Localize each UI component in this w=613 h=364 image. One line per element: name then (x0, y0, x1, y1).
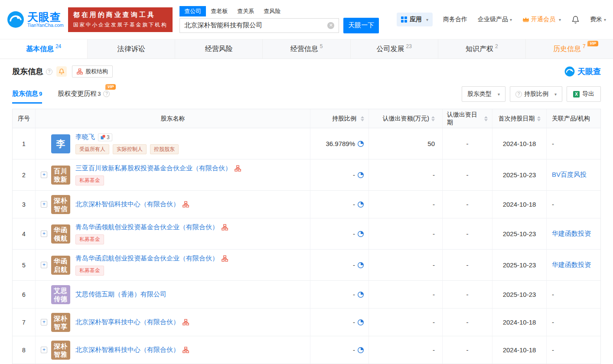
sort-icon[interactable] (431, 116, 435, 121)
pie-chart-icon[interactable] (357, 140, 364, 147)
related-value[interactable]: 华建函数投资 (552, 230, 591, 238)
pie-chart-icon[interactable] (357, 347, 364, 354)
link-enterprise-products[interactable]: 企业级产品▾ (478, 16, 512, 23)
amount-cell: - (368, 218, 442, 249)
equity-structure-icon[interactable] (235, 165, 241, 172)
user-menu[interactable]: 费米▾ (590, 16, 606, 23)
expand-row-button[interactable]: + (41, 172, 47, 178)
nav-tab-0[interactable]: 基本信息24 (0, 39, 88, 58)
pie-chart-icon[interactable] (357, 201, 364, 208)
expand-row-button[interactable]: + (41, 319, 47, 325)
shareholder-name-link[interactable]: 北京深朴智雅科技中心（有限合伙） (75, 346, 179, 354)
column-header-5[interactable]: 首次持股日期 (492, 109, 546, 128)
notification-bell-icon[interactable] (571, 16, 580, 24)
tab-equity-change-history[interactable]: VIP 股权变更历程3 ? (58, 90, 110, 104)
help-icon[interactable]: ? (103, 91, 110, 97)
nav-tab-5[interactable]: 知识产权2 (438, 39, 526, 58)
column-header-2[interactable]: 持股比例 (310, 109, 368, 128)
equity-structure-icon[interactable] (183, 319, 189, 325)
column-header-label: 关联产品/机构 (552, 115, 590, 123)
nav-tab-6[interactable]: 历史信息7VIP (526, 39, 613, 58)
pie-chart-icon[interactable] (357, 262, 364, 269)
table-row: 5 + 华函启航 青岛华函启航创业投资基金合伙企业（有限合伙） 私募基金 (13, 250, 600, 281)
chevron-down-icon: ▾ (426, 17, 428, 22)
tianyancha-logo-icon (564, 66, 575, 77)
pie-chart-icon[interactable] (357, 291, 364, 298)
shareholder-name-link[interactable]: 北京深朴智享科技中心（有限合伙） (75, 318, 179, 326)
nav-tab-4[interactable]: 公司发展23 (351, 39, 438, 58)
shareholder-name-link[interactable]: 三亚百川致新私募股权投资基金合伙企业（有限合伙） (75, 164, 232, 172)
search-tab-0[interactable]: 查公司 (179, 6, 206, 16)
column-header-label: 序号 (18, 115, 30, 123)
shareholder-name-link[interactable]: 青岛华函领航创业投资基金合伙企业（有限合伙） (75, 223, 218, 231)
ratio-value: - (353, 291, 355, 298)
column-header-6: 关联产品/机构 (546, 109, 600, 128)
search-tab-1[interactable]: 查老板 (206, 6, 232, 16)
tab-label: 股东信息 (12, 90, 38, 98)
shareholder-name-link[interactable]: 艾思传德五期（香港）有限公司 (75, 290, 166, 299)
equity-structure-icon[interactable] (183, 201, 189, 208)
column-header-4[interactable]: 认缴出资日期 (442, 109, 492, 128)
shareholder-name-link[interactable]: 李晓飞 (75, 133, 95, 141)
shareholder-tags: 受益所有人实际控制人控股股东 (75, 144, 179, 154)
tab-shareholder-info[interactable]: 股东信息9 (12, 90, 42, 104)
search-input[interactable] (184, 22, 327, 29)
tianyancha-watermark: 天眼查 (564, 66, 601, 77)
column-header-label: 持股比例 (332, 115, 356, 123)
pie-chart-icon[interactable] (357, 231, 364, 237)
subscribe-bell-icon[interactable] (56, 66, 67, 77)
expand-row-button[interactable]: + (41, 262, 47, 268)
shareholder-name-link[interactable]: 北京深朴智信科技中心（有限合伙） (75, 200, 179, 208)
shareholder-name-cell: + 华函领航 青岛华函领航创业投资基金合伙企业（有限合伙） 私募基金 (35, 218, 310, 249)
expand-row-button[interactable]: + (41, 347, 47, 353)
org-chart-icon (77, 68, 83, 75)
related-value: - (552, 291, 554, 298)
search-button[interactable]: 天眼一下 (343, 18, 379, 33)
ratio-value: - (353, 261, 355, 269)
vip-upgrade-link[interactable]: 开通会员 ▾ (522, 16, 561, 23)
apps-button[interactable]: 应用 ▾ (397, 13, 433, 26)
help-icon: ? (515, 91, 522, 98)
shareholder-name-link[interactable]: 青岛华函启航创业投资基金合伙企业（有限合伙） (75, 254, 218, 263)
nav-tab-label: 知识产权 (466, 45, 493, 54)
search-tab-2[interactable]: 查关系 (232, 6, 259, 16)
link-business-cooperation[interactable]: 商务合作 (443, 16, 467, 23)
ratio-filter[interactable]: ? 持股比例▾ (510, 86, 562, 102)
equity-structure-icon[interactable] (183, 347, 189, 353)
sort-icon[interactable] (484, 116, 488, 121)
related-cell: 华建函数投资 (546, 250, 600, 280)
tianyancha-logo[interactable]: 天眼查 TianYanCha.com (7, 11, 64, 28)
ratio-cell: 36.9789% (310, 128, 368, 159)
pie-chart-icon[interactable] (357, 319, 364, 326)
first-date-cell: 2024-10-18 (492, 128, 546, 159)
search-tab-3[interactable]: 查风险 (259, 6, 285, 16)
expand-row-button[interactable]: + (41, 231, 47, 237)
related-value[interactable]: BV百度风投 (552, 171, 587, 179)
partner-count-badge[interactable]: 3 (98, 133, 112, 141)
pie-chart-icon[interactable] (357, 172, 364, 179)
export-button[interactable]: X 导出 (567, 86, 601, 102)
equity-structure-icon[interactable] (222, 224, 228, 231)
ratio-value: - (353, 201, 355, 208)
column-header-label: 首次持股日期 (499, 115, 535, 123)
sort-icon[interactable] (361, 116, 364, 121)
sort-icon[interactable] (537, 116, 541, 121)
shareholder-type-filter[interactable]: 股东类型▾ (462, 86, 505, 102)
table-row: 7 + 深朴智享 北京深朴智享科技中心（有限合伙） - (13, 309, 600, 336)
shareholder-avatar: 艾思传德 (51, 285, 70, 304)
column-header-3[interactable]: 认缴出资额(万元) (368, 109, 442, 128)
search-input-box[interactable]: ✕ (179, 18, 339, 33)
ratio-cell: - (310, 191, 368, 218)
expand-row-button[interactable]: + (41, 201, 47, 208)
clear-search-icon[interactable]: ✕ (327, 22, 334, 29)
username: 费米 (590, 16, 602, 23)
amount-cell: - (368, 250, 442, 280)
related-value[interactable]: 华建函数投资 (552, 261, 591, 269)
nav-tab-1[interactable]: 法律诉讼 (88, 39, 175, 58)
equity-structure-button[interactable]: 股权结构 (72, 65, 113, 78)
equity-structure-icon[interactable] (222, 255, 228, 262)
nav-tab-2[interactable]: 经营风险 (175, 39, 263, 58)
nav-tab-3[interactable]: 经营信息5 (263, 39, 350, 58)
help-icon[interactable]: ? (46, 68, 52, 75)
promo-banner[interactable]: 都在用的商业查询工具 国家中小企业发展子基金旗下机构 (68, 7, 173, 32)
